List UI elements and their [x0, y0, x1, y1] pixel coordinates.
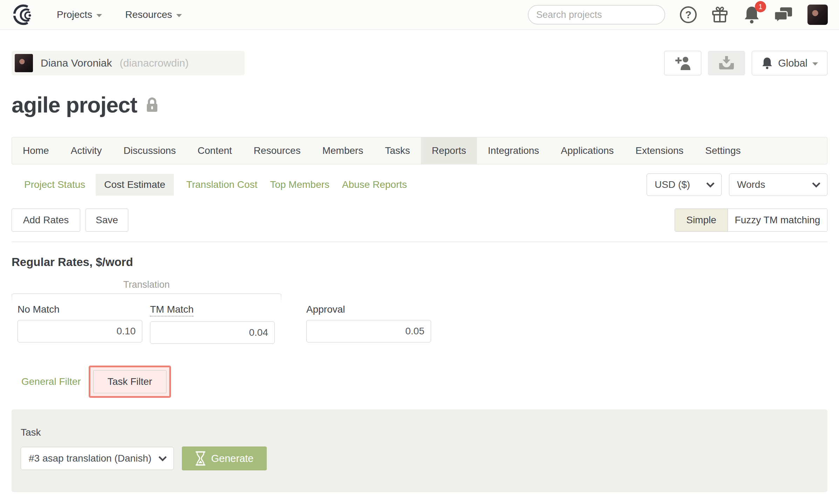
tm-match-input[interactable] — [150, 321, 275, 344]
owner-name: Diana Voroniak — [41, 57, 112, 69]
chevron-down-icon — [812, 62, 818, 66]
bell-icon — [761, 56, 773, 70]
nav-projects[interactable]: Projects — [57, 9, 102, 20]
nav-resources-label: Resources — [125, 9, 172, 20]
generate-button[interactable]: Generate — [182, 447, 267, 470]
tab-activity[interactable]: Activity — [60, 137, 113, 164]
tab-resources[interactable]: Resources — [243, 137, 312, 164]
owner-username: (dianacrowdin) — [120, 57, 189, 69]
approval-input[interactable] — [306, 320, 431, 342]
task-panel: Task #3 asap translation (Danish) Genera… — [12, 409, 827, 492]
gift-button[interactable] — [711, 6, 729, 24]
download-tray-icon — [718, 55, 735, 71]
hourglass-icon — [195, 451, 206, 466]
main-content: Diana Voroniak (dianacrowdin) — [0, 51, 839, 492]
tab-tasks[interactable]: Tasks — [374, 137, 421, 164]
rate-fields: No Match TM Match Approval — [12, 304, 827, 344]
subtab-top-members[interactable]: Top Members — [270, 179, 329, 190]
help-icon: ? — [680, 6, 697, 23]
tab-applications[interactable]: Applications — [550, 137, 625, 164]
add-person-icon — [674, 55, 691, 71]
translation-group-box — [12, 293, 281, 302]
nav-projects-label: Projects — [57, 9, 92, 20]
project-tabbar: Home Activity Discussions Content Resour… — [12, 137, 827, 164]
tab-content[interactable]: Content — [187, 137, 243, 164]
subtab-abuse-reports[interactable]: Abuse Reports — [342, 179, 407, 190]
subtab-project-status[interactable]: Project Status — [24, 179, 85, 190]
project-owner[interactable]: Diana Voroniak (dianacrowdin) — [12, 51, 245, 75]
help-button[interactable]: ? — [680, 6, 697, 23]
chevron-down-icon — [96, 14, 102, 17]
chevron-down-icon — [176, 14, 182, 17]
general-filter-link[interactable]: General Filter — [21, 376, 81, 387]
tab-home[interactable]: Home — [12, 137, 60, 164]
tab-extensions[interactable]: Extensions — [625, 137, 694, 164]
mode-simple-button[interactable]: Simple — [675, 209, 728, 231]
currency-select[interactable]: USD ($) — [647, 173, 722, 196]
no-match-input[interactable] — [18, 320, 142, 342]
section-divider — [12, 241, 827, 242]
messages-button[interactable] — [775, 6, 793, 23]
approval-field: Approval — [306, 304, 431, 344]
tm-match-label: TM Match — [150, 304, 193, 316]
nav-resources[interactable]: Resources — [125, 9, 182, 20]
subtab-cost-estimate[interactable]: Cost Estimate — [96, 174, 173, 196]
gift-icon — [711, 6, 729, 24]
add-rates-button[interactable]: Add Rates — [12, 209, 80, 232]
lock-icon — [146, 97, 158, 113]
global-label: Global — [778, 57, 807, 69]
task-select-value: #3 asap translation (Danish) — [29, 453, 151, 464]
task-filter-button[interactable]: Task Filter — [93, 370, 167, 393]
search-box — [528, 5, 665, 25]
translation-group-label: Translation — [12, 279, 281, 290]
invite-people-button[interactable] — [664, 51, 701, 75]
tab-members[interactable]: Members — [312, 137, 374, 164]
save-button[interactable]: Save — [86, 209, 128, 232]
subtab-translation-cost[interactable]: Translation Cost — [186, 179, 258, 190]
rates-toolbar: Add Rates Save Simple Fuzzy TM matching — [12, 209, 827, 232]
report-subtabs: Project Status Cost Estimate Translation… — [12, 173, 827, 196]
unit-value: Words — [737, 179, 765, 190]
task-select[interactable]: #3 asap translation (Danish) — [21, 447, 174, 470]
approval-label: Approval — [306, 304, 345, 315]
owner-avatar — [15, 54, 33, 72]
unit-select[interactable]: Words — [729, 173, 827, 196]
currency-value: USD ($) — [655, 179, 690, 190]
chat-icon — [775, 6, 793, 23]
task-filter-highlight: Task Filter — [89, 366, 171, 398]
mode-toggle: Simple Fuzzy TM matching — [675, 209, 827, 232]
download-button[interactable] — [708, 51, 745, 75]
no-match-label: No Match — [18, 304, 60, 315]
tab-settings[interactable]: Settings — [694, 137, 751, 164]
generate-label: Generate — [211, 453, 254, 464]
crowdin-logo-icon[interactable] — [11, 4, 36, 26]
rates-heading: Regular Rates, $/word — [12, 256, 827, 269]
search-input[interactable] — [536, 9, 660, 20]
user-avatar[interactable] — [807, 5, 828, 25]
chevron-down-icon — [706, 182, 715, 188]
topbar: Projects Resources ? 1 — [0, 0, 839, 30]
chevron-down-icon — [158, 455, 167, 462]
no-match-field: No Match — [18, 304, 142, 344]
tm-match-field: TM Match — [150, 304, 275, 344]
chevron-down-icon — [812, 182, 821, 188]
task-label: Task — [21, 427, 813, 438]
tab-discussions[interactable]: Discussions — [112, 137, 186, 164]
tab-reports[interactable]: Reports — [421, 137, 477, 164]
notification-badge: 1 — [755, 1, 766, 12]
mode-fuzzy-button[interactable]: Fuzzy TM matching — [728, 209, 827, 231]
notifications-button[interactable]: 1 — [743, 5, 760, 24]
filters-row: General Filter Task Filter — [12, 366, 827, 398]
page-title: agile project — [12, 92, 137, 117]
tab-integrations[interactable]: Integrations — [477, 137, 550, 164]
global-notifications-button[interactable]: Global — [752, 51, 827, 75]
